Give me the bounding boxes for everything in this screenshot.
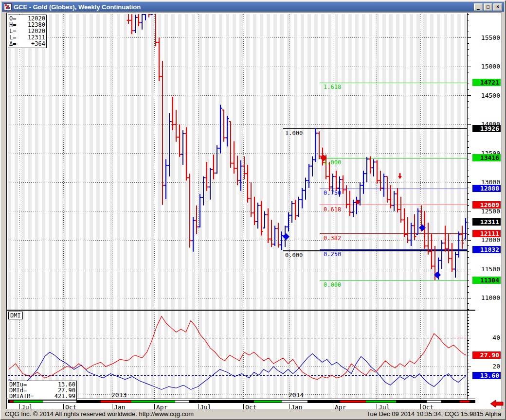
trend-strip-segment <box>441 401 460 402</box>
x-axis-quarter-label: Jul <box>200 403 211 411</box>
fib-ratio-label: 0.750 <box>324 190 341 196</box>
x-axis-quarter-label: Oct <box>245 403 256 411</box>
fib-ratio-label: 0.618 <box>324 206 341 213</box>
price-tick-label: 15000 <box>473 63 500 70</box>
dmi-tick-label: 40 <box>473 334 500 342</box>
trend-strip-segment <box>254 401 282 402</box>
price-level-label: 13926 <box>472 125 501 132</box>
trend-strip-segment <box>470 401 475 402</box>
maximize-button[interactable]: □ <box>484 3 492 11</box>
trend-strip-segment <box>282 401 307 402</box>
x-axis-tick <box>112 404 112 409</box>
x-axis-year-label: 2014 <box>289 391 304 399</box>
trend-strip-segment <box>396 401 427 402</box>
price-tick-label: 14500 <box>473 92 500 100</box>
price-level-label: 12888 <box>472 185 501 192</box>
trend-strip-segment <box>101 401 131 402</box>
price-level-label: 12111 <box>472 230 501 237</box>
price-tick-label: 12000 <box>473 236 500 244</box>
x-axis-quarter-label: Jul <box>21 403 33 411</box>
minimize-button[interactable]: _ <box>474 3 483 11</box>
timestamp-text: Tue Dec 09 2014 10:35:34, CQG 15.9815 Al… <box>366 410 501 418</box>
x-axis-quarter-label: Oct <box>422 403 434 411</box>
price-tick-label: 15500 <box>473 34 500 42</box>
trend-strip-segment <box>366 401 396 402</box>
price-level-label: 11832 <box>472 246 501 253</box>
dmi-tick-label: 20 <box>473 363 500 370</box>
x-axis-tick <box>198 404 199 409</box>
x-axis-quarter-label: Jan <box>114 403 125 411</box>
price-tick-label: 11500 <box>473 265 500 273</box>
fib-ratio-label: 1.000 <box>285 130 303 137</box>
trend-strip <box>8 400 475 403</box>
price-pane-svg <box>8 14 467 310</box>
title-bar[interactable]: GCE - Gold (Globex), Weekly Continuation… <box>2 2 504 12</box>
app-window: GCE - Gold (Globex), Weekly Continuation… <box>0 0 506 420</box>
x-axis-quarter-label: Jan <box>291 403 302 411</box>
window-title: GCE - Gold (Globex), Weekly Continuation <box>14 3 474 11</box>
fib-ratio-label: 0.000 <box>324 281 341 288</box>
x-axis-quarter-label: Jul <box>379 403 390 411</box>
ohlc-quote-box[interactable]: O=12020 H=12380 L=12020 L=12311 Δ=+364 <box>8 15 47 48</box>
price-level-label: 12609 <box>472 201 501 209</box>
dmi-values-box[interactable]: DMIu=13.60 DMId=27.90 DMIATR=421.99 <box>8 381 77 400</box>
close-button[interactable]: × <box>493 3 502 11</box>
trend-strip-segment <box>307 401 340 402</box>
copyright-text: CQG Inc. © 2014 All rights reserved worl… <box>5 410 366 418</box>
app-icon <box>4 3 12 10</box>
dmi-pane-bottom-line <box>7 399 475 399</box>
x-axis-year-label: 2013 <box>111 391 126 399</box>
trend-strip-segment <box>14 401 43 402</box>
x-axis-quarter-label: Apr <box>156 403 167 411</box>
price-level-label: 14721 <box>472 79 501 86</box>
dmi-value-label: 13.60 <box>472 372 501 379</box>
x-axis-quarter-label: Oct <box>65 403 76 411</box>
x-axis-tick <box>154 404 155 409</box>
trend-strip-segment <box>131 401 175 402</box>
fib-ratio-label: 1.000 <box>324 159 341 166</box>
x-axis-tick <box>243 404 244 409</box>
dmi-value-label: 27.90 <box>472 351 501 359</box>
x-axis-tick <box>19 404 20 409</box>
trend-strip-segment <box>10 401 14 402</box>
trend-strip-segment <box>427 401 441 402</box>
fib-ratio-label: 1.618 <box>324 84 341 90</box>
x-axis-tick <box>289 404 289 409</box>
price-level-label: 12311 <box>472 218 501 226</box>
trend-strip-segment <box>340 401 366 402</box>
trend-strip-segment <box>460 401 470 402</box>
dmiatr-label: DMIATR= <box>9 393 40 399</box>
quote-change-value: +364 <box>21 41 45 47</box>
fib-ratio-label: 0.250 <box>324 251 341 258</box>
quote-change-label: Δ= <box>9 41 21 47</box>
scroll-to-end-arrow-icon[interactable] <box>489 400 504 408</box>
pane-separator[interactable] <box>7 310 475 311</box>
price-level-label: 11304 <box>472 277 501 284</box>
plot-right-border <box>467 13 468 400</box>
price-tick-label: 11000 <box>473 294 500 302</box>
dmi-pane-label: DMI <box>8 312 23 319</box>
price-level-label: 13416 <box>472 154 501 161</box>
trend-strip-segment <box>76 401 101 402</box>
x-axis-tick <box>333 404 333 409</box>
trend-strip-segment <box>175 401 189 402</box>
x-axis-tick <box>377 404 377 409</box>
fib-ratio-label: 0.000 <box>285 252 303 259</box>
dmiatr-value: 421.99 <box>40 393 75 399</box>
x-axis-quarter-label: Apr <box>335 403 346 411</box>
fib-ratio-label: 0.382 <box>324 235 341 242</box>
x-axis-tick <box>420 404 421 409</box>
x-axis-tick <box>63 404 64 409</box>
trend-strip-segment <box>43 401 76 402</box>
trend-strip-segment <box>189 401 254 402</box>
price-tick-label: 12500 <box>473 208 500 215</box>
